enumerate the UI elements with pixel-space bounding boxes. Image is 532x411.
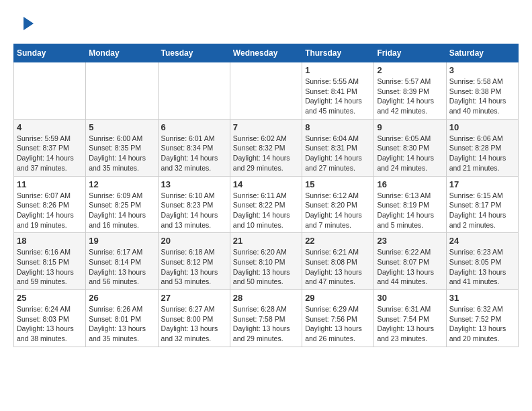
day-info: Sunrise: 6:29 AM Sunset: 7:56 PM Dayligh… <box>305 304 371 344</box>
calendar-week-1: 4Sunrise: 5:59 AM Sunset: 8:37 PM Daylig… <box>14 119 519 176</box>
calendar-cell: 20Sunrise: 6:18 AM Sunset: 8:12 PM Dayli… <box>158 233 230 290</box>
day-number: 4 <box>17 122 83 132</box>
calendar-cell: 1Sunrise: 5:55 AM Sunset: 8:41 PM Daylig… <box>302 62 374 120</box>
day-info: Sunrise: 6:28 AM Sunset: 7:58 PM Dayligh… <box>233 304 299 344</box>
day-number: 13 <box>161 179 227 189</box>
calendar-cell: 4Sunrise: 5:59 AM Sunset: 8:37 PM Daylig… <box>14 119 86 176</box>
day-info: Sunrise: 6:24 AM Sunset: 8:03 PM Dayligh… <box>17 304 83 344</box>
day-info: Sunrise: 6:05 AM Sunset: 8:30 PM Dayligh… <box>377 134 443 173</box>
day-info: Sunrise: 6:07 AM Sunset: 8:26 PM Dayligh… <box>17 191 83 230</box>
day-number: 19 <box>89 236 154 246</box>
day-of-week-monday: Monday <box>86 44 158 62</box>
calendar-cell: 22Sunrise: 6:21 AM Sunset: 8:08 PM Dayli… <box>302 233 374 290</box>
calendar-cell: 16Sunrise: 6:13 AM Sunset: 8:19 PM Dayli… <box>374 176 446 233</box>
day-info: Sunrise: 6:12 AM Sunset: 8:20 PM Dayligh… <box>305 191 371 230</box>
calendar-cell: 14Sunrise: 6:11 AM Sunset: 8:22 PM Dayli… <box>230 176 302 233</box>
day-number: 25 <box>17 293 83 303</box>
calendar-cell: 21Sunrise: 6:20 AM Sunset: 8:10 PM Dayli… <box>230 233 302 290</box>
calendar-cell: 27Sunrise: 6:27 AM Sunset: 8:00 PM Dayli… <box>158 290 230 347</box>
calendar-cell: 24Sunrise: 6:23 AM Sunset: 8:05 PM Dayli… <box>446 233 518 290</box>
day-of-week-thursday: Thursday <box>302 44 374 62</box>
calendar-cell: 25Sunrise: 6:24 AM Sunset: 8:03 PM Dayli… <box>14 290 86 347</box>
calendar-cell <box>158 62 230 120</box>
day-number: 16 <box>377 179 443 189</box>
calendar-header: SundayMondayTuesdayWednesdayThursdayFrid… <box>14 44 519 62</box>
day-number: 3 <box>449 65 515 75</box>
calendar-week-0: 1Sunrise: 5:55 AM Sunset: 8:41 PM Daylig… <box>14 62 519 120</box>
calendar-cell: 12Sunrise: 6:09 AM Sunset: 8:25 PM Dayli… <box>86 176 158 233</box>
page-header <box>13 13 519 34</box>
calendar-cell: 13Sunrise: 6:10 AM Sunset: 8:23 PM Dayli… <box>158 176 230 233</box>
day-number: 24 <box>449 236 515 246</box>
day-of-week-friday: Friday <box>374 44 446 62</box>
day-info: Sunrise: 6:04 AM Sunset: 8:31 PM Dayligh… <box>305 134 371 173</box>
day-info: Sunrise: 5:57 AM Sunset: 8:39 PM Dayligh… <box>377 77 443 116</box>
calendar-cell: 8Sunrise: 6:04 AM Sunset: 8:31 PM Daylig… <box>302 119 374 176</box>
logo <box>13 13 37 34</box>
calendar-cell <box>230 62 302 120</box>
day-number: 9 <box>377 122 443 132</box>
day-info: Sunrise: 6:16 AM Sunset: 8:15 PM Dayligh… <box>17 247 83 287</box>
calendar-cell <box>14 62 86 120</box>
calendar-cell: 29Sunrise: 6:29 AM Sunset: 7:56 PM Dayli… <box>302 290 374 347</box>
calendar-week-2: 11Sunrise: 6:07 AM Sunset: 8:26 PM Dayli… <box>14 176 519 233</box>
day-of-week-tuesday: Tuesday <box>158 44 230 62</box>
calendar-cell: 28Sunrise: 6:28 AM Sunset: 7:58 PM Dayli… <box>230 290 302 347</box>
day-number: 11 <box>17 179 83 189</box>
day-number: 27 <box>161 293 227 303</box>
calendar-cell <box>86 62 158 120</box>
calendar-cell: 26Sunrise: 6:26 AM Sunset: 8:01 PM Dayli… <box>86 290 158 347</box>
day-number: 6 <box>161 122 227 132</box>
day-number: 15 <box>305 179 371 189</box>
day-info: Sunrise: 6:10 AM Sunset: 8:23 PM Dayligh… <box>161 191 227 230</box>
day-info: Sunrise: 6:27 AM Sunset: 8:00 PM Dayligh… <box>161 304 227 344</box>
day-number: 5 <box>89 122 154 132</box>
day-number: 29 <box>305 293 371 303</box>
day-number: 30 <box>377 293 443 303</box>
day-info: Sunrise: 6:11 AM Sunset: 8:22 PM Dayligh… <box>233 191 299 230</box>
day-number: 21 <box>233 236 299 246</box>
calendar-cell: 17Sunrise: 6:15 AM Sunset: 8:17 PM Dayli… <box>446 176 518 233</box>
day-info: Sunrise: 5:59 AM Sunset: 8:37 PM Dayligh… <box>17 134 83 173</box>
day-of-week-wednesday: Wednesday <box>230 44 302 62</box>
calendar-cell: 6Sunrise: 6:01 AM Sunset: 8:34 PM Daylig… <box>158 119 230 176</box>
calendar-cell: 18Sunrise: 6:16 AM Sunset: 8:15 PM Dayli… <box>14 233 86 290</box>
calendar-cell: 15Sunrise: 6:12 AM Sunset: 8:20 PM Dayli… <box>302 176 374 233</box>
day-number: 23 <box>377 236 443 246</box>
calendar-cell: 5Sunrise: 6:00 AM Sunset: 8:35 PM Daylig… <box>86 119 158 176</box>
day-info: Sunrise: 6:17 AM Sunset: 8:14 PM Dayligh… <box>89 247 154 287</box>
day-number: 28 <box>233 293 299 303</box>
svg-marker-0 <box>24 17 34 30</box>
day-info: Sunrise: 6:22 AM Sunset: 8:07 PM Dayligh… <box>377 247 443 287</box>
day-info: Sunrise: 6:13 AM Sunset: 8:19 PM Dayligh… <box>377 191 443 230</box>
calendar-cell: 3Sunrise: 5:58 AM Sunset: 8:38 PM Daylig… <box>446 62 518 120</box>
day-info: Sunrise: 6:06 AM Sunset: 8:28 PM Dayligh… <box>449 134 515 173</box>
calendar-cell: 7Sunrise: 6:02 AM Sunset: 8:32 PM Daylig… <box>230 119 302 176</box>
day-info: Sunrise: 6:26 AM Sunset: 8:01 PM Dayligh… <box>89 304 154 344</box>
calendar-cell: 2Sunrise: 5:57 AM Sunset: 8:39 PM Daylig… <box>374 62 446 120</box>
day-info: Sunrise: 6:01 AM Sunset: 8:34 PM Dayligh… <box>161 134 227 173</box>
day-number: 18 <box>17 236 83 246</box>
day-number: 26 <box>89 293 154 303</box>
calendar-cell: 9Sunrise: 6:05 AM Sunset: 8:30 PM Daylig… <box>374 119 446 176</box>
calendar: SundayMondayTuesdayWednesdayThursdayFrid… <box>13 44 519 347</box>
day-info: Sunrise: 6:32 AM Sunset: 7:52 PM Dayligh… <box>449 304 515 344</box>
calendar-cell: 30Sunrise: 6:31 AM Sunset: 7:54 PM Dayli… <box>374 290 446 347</box>
day-info: Sunrise: 6:21 AM Sunset: 8:08 PM Dayligh… <box>305 247 371 287</box>
day-number: 22 <box>305 236 371 246</box>
day-number: 7 <box>233 122 299 132</box>
day-number: 1 <box>305 65 371 75</box>
calendar-cell: 19Sunrise: 6:17 AM Sunset: 8:14 PM Dayli… <box>86 233 158 290</box>
day-info: Sunrise: 6:31 AM Sunset: 7:54 PM Dayligh… <box>377 304 443 344</box>
calendar-week-4: 25Sunrise: 6:24 AM Sunset: 8:03 PM Dayli… <box>14 290 519 347</box>
day-info: Sunrise: 5:55 AM Sunset: 8:41 PM Dayligh… <box>305 77 371 116</box>
logo-icon <box>17 13 37 34</box>
day-number: 14 <box>233 179 299 189</box>
day-number: 31 <box>449 293 515 303</box>
day-number: 10 <box>449 122 515 132</box>
calendar-cell: 23Sunrise: 6:22 AM Sunset: 8:07 PM Dayli… <box>374 233 446 290</box>
calendar-cell: 31Sunrise: 6:32 AM Sunset: 7:52 PM Dayli… <box>446 290 518 347</box>
day-of-week-sunday: Sunday <box>14 44 86 62</box>
day-info: Sunrise: 6:15 AM Sunset: 8:17 PM Dayligh… <box>449 191 515 230</box>
calendar-cell: 10Sunrise: 6:06 AM Sunset: 8:28 PM Dayli… <box>446 119 518 176</box>
